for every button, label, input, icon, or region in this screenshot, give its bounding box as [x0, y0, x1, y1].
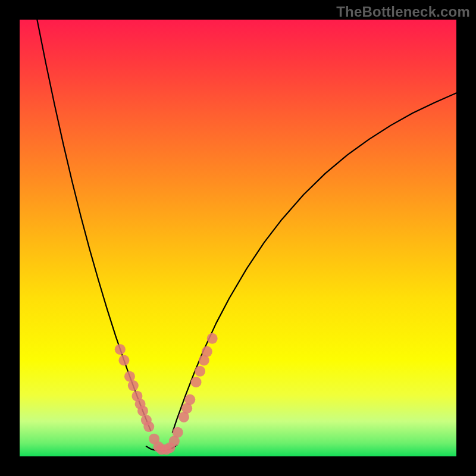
- highlight-dot: [115, 344, 126, 355]
- curve-right-curve: [173, 93, 456, 432]
- highlight-dot: [207, 333, 218, 344]
- highlight-dot: [173, 427, 183, 438]
- highlight-dot: [124, 371, 135, 382]
- highlight-dot: [195, 366, 205, 377]
- highlight-dot: [128, 380, 139, 391]
- chart-frame: TheBottleneck.com: [0, 0, 476, 476]
- curve-left-curve: [37, 20, 151, 431]
- highlight-dot: [191, 377, 202, 387]
- highlight-dot: [202, 346, 212, 357]
- plot-svg: [20, 20, 456, 456]
- highlight-dot: [143, 421, 154, 432]
- watermark-label: TheBottleneck.com: [336, 4, 470, 20]
- highlight-dot: [137, 406, 148, 416]
- highlight-dot: [118, 355, 129, 366]
- plot-area: [20, 20, 456, 456]
- highlight-dot: [184, 394, 195, 405]
